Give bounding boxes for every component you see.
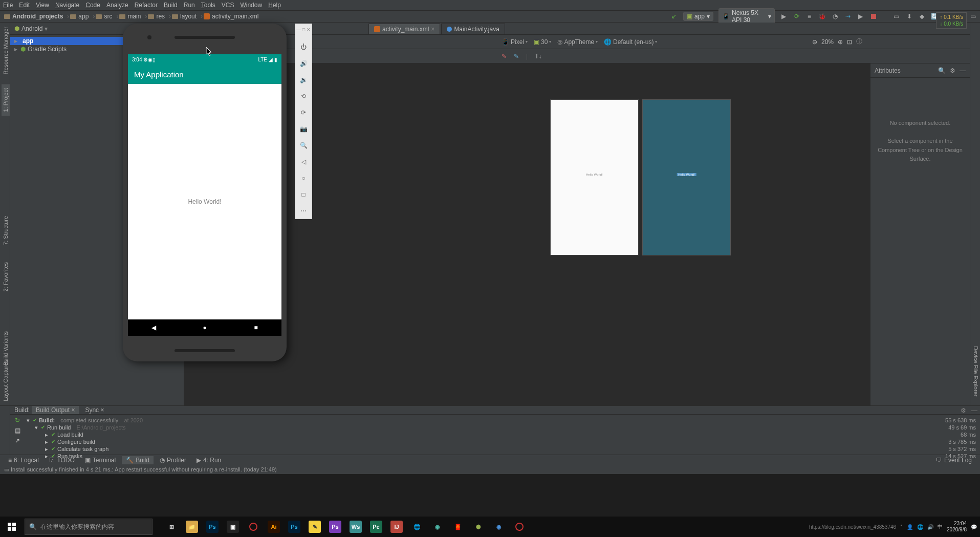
zoom-icon[interactable]: 🔍	[299, 141, 308, 150]
bottom-tab-logcat[interactable]: ≡ 6: Logcat	[4, 456, 43, 464]
tray-datetime[interactable]: 23:04 2020/9/8	[947, 521, 967, 533]
build-expand-icon[interactable]: ↗	[15, 437, 20, 444]
build-tab-output[interactable]: Build Output ×	[32, 406, 79, 414]
power-icon[interactable]: ⏻	[299, 42, 308, 52]
breadcrumb-main[interactable]: main	[119, 13, 141, 20]
attach-icon[interactable]: ⇢	[844, 13, 852, 20]
tray-ime-icon[interactable]: 中	[938, 523, 943, 530]
webstorm-icon[interactable]: Ws	[346, 517, 365, 537]
intellij-icon[interactable]: IJ	[387, 517, 406, 537]
photoshop-icon[interactable]: Ps	[203, 517, 222, 537]
home-button[interactable]: ●	[201, 324, 209, 332]
bottom-tab-todo[interactable]: ☑ TODO	[45, 456, 78, 464]
breadcrumb-root[interactable]: Android_projects	[4, 13, 63, 20]
phpstorm-icon[interactable]: Ps	[325, 517, 345, 537]
coverage-icon[interactable]: ▶	[857, 13, 864, 20]
left-tab-favorites[interactable]: 2: Favorites	[2, 258, 10, 295]
breadcrumb-res[interactable]: res	[148, 13, 165, 20]
theme-dropdown[interactable]: ◎ AppTheme▾	[557, 38, 598, 46]
app-icon[interactable]: 🧧	[448, 517, 468, 537]
bottom-tab-run[interactable]: ▶ 4: Run	[192, 456, 225, 464]
chrome-icon[interactable]: 🌐	[407, 517, 427, 537]
run-icon[interactable]: ▶	[780, 13, 788, 20]
api-dropdown[interactable]: ▣ 30▾	[534, 38, 551, 46]
aqua-icon[interactable]: ◉	[428, 517, 447, 537]
menu-build[interactable]: Build	[164, 2, 178, 9]
bottom-tab-profiler[interactable]: ◔ Profiler	[156, 456, 190, 464]
stop-icon[interactable]	[869, 13, 877, 20]
menu-edit[interactable]: Edit	[19, 2, 30, 9]
build-rerun-icon[interactable]: ↻	[15, 417, 20, 424]
circle-icon[interactable]: ◉	[489, 517, 509, 537]
emu-home-icon[interactable]: ○	[299, 174, 308, 183]
rotate-left-icon[interactable]: ⟲	[299, 92, 308, 101]
start-button[interactable]	[0, 517, 24, 537]
left-tab-resource-manager[interactable]: Resource Manager	[2, 23, 10, 79]
menu-file[interactable]: FFileile	[3, 2, 13, 9]
menu-vcs[interactable]: VCS	[222, 2, 234, 9]
emu-overview-icon[interactable]: □	[299, 190, 308, 199]
menu-run[interactable]: Run	[184, 2, 195, 9]
settings-icon[interactable]: ◆	[918, 13, 926, 20]
tab-main-activity[interactable]: MainActivity.java	[441, 24, 505, 34]
zoom-in-icon[interactable]: ⊕	[838, 38, 843, 46]
illustrator-icon[interactable]: Ai	[264, 517, 284, 537]
bottom-tab-terminal[interactable]: ▣ Terminal	[81, 456, 120, 464]
clear-icon[interactable]: ✎	[514, 53, 519, 60]
notifications-icon[interactable]: 💬	[971, 524, 977, 530]
apply-code-icon[interactable]: ≡	[805, 13, 813, 20]
device-dropdown[interactable]: 📱 Pixel▾	[502, 38, 528, 46]
note-icon[interactable]: ✎	[305, 517, 324, 537]
emulator-minimize-icon[interactable]: —	[296, 27, 301, 34]
menu-help[interactable]: Help	[268, 2, 281, 9]
screenshot-icon[interactable]: 📷	[299, 124, 308, 134]
rotate-right-icon[interactable]: ⟳	[299, 108, 308, 117]
right-tab-device-file-explorer[interactable]: Device File Explorer	[972, 342, 980, 400]
emulator-window[interactable]: 3:04 ⚙ ◉ ▯ LTE ◢ ▮ My Application Hello …	[123, 24, 287, 361]
back-button[interactable]: ◀	[149, 324, 158, 332]
bottom-tab-build[interactable]: 🔨 Build	[122, 456, 154, 464]
preview-text[interactable]: Hello World!	[551, 173, 638, 176]
locale-dropdown[interactable]: 🌐 Default (en-us)▾	[604, 38, 657, 46]
layout-settings-icon[interactable]: ▭	[969, 13, 977, 20]
zoom-out-icon[interactable]: ⊖	[812, 38, 817, 46]
build-gear-icon[interactable]: ⚙	[961, 407, 966, 414]
blueprint-text[interactable]: Hello World!	[677, 173, 696, 176]
menu-refactor[interactable]: Refactor	[135, 2, 158, 9]
breadcrumb-src[interactable]: src	[96, 13, 112, 20]
record2-icon[interactable]	[510, 517, 529, 537]
attr-gear-icon[interactable]: ⚙	[950, 67, 955, 74]
pycharm-icon[interactable]: Pc	[366, 517, 386, 537]
volume-down-icon[interactable]: 🔉	[299, 75, 308, 84]
project-view-selector[interactable]: Android	[21, 25, 42, 32]
task-view-icon[interactable]: ⊞	[162, 517, 181, 537]
taskbar-search[interactable]: 🔍 在这里输入你要搜索的内容	[25, 519, 153, 535]
build-tab-sync[interactable]: Sync ×	[81, 406, 108, 414]
breadcrumb-app[interactable]: app	[70, 13, 89, 20]
emulator-close-icon[interactable]: □	[302, 27, 305, 34]
breadcrumb-file[interactable]: activity_main.xml	[204, 13, 258, 20]
apply-changes-icon[interactable]: ⟳	[793, 13, 800, 20]
terminal-icon[interactable]: ▣	[223, 517, 243, 537]
sync-icon[interactable]: ↙	[670, 13, 678, 20]
tab-activity-main[interactable]: activity_main.xml×	[368, 24, 440, 34]
sdk-manager-icon[interactable]: ⬇	[905, 13, 913, 20]
zoom-fit-icon[interactable]: ⊡	[847, 38, 852, 46]
module-selector[interactable]: ▣app ▾	[683, 12, 713, 21]
photoshop2-icon[interactable]: Ps	[285, 517, 304, 537]
menu-analyze[interactable]: Analyze	[106, 2, 128, 9]
build-filter-icon[interactable]: ▤	[15, 427, 20, 434]
android-studio-icon[interactable]: ⬢	[469, 517, 488, 537]
emu-back-icon[interactable]: ◁	[299, 157, 308, 166]
tray-volume-icon[interactable]: 🔊	[927, 524, 933, 530]
menu-code[interactable]: Code	[85, 2, 100, 9]
build-hide-icon[interactable]: —	[971, 407, 977, 414]
debug-icon[interactable]: 🐞	[818, 13, 826, 20]
volume-up-icon[interactable]: 🔊	[299, 59, 308, 68]
align-icon[interactable]: T↓	[535, 53, 541, 60]
avd-manager-icon[interactable]: ▭	[892, 13, 900, 20]
attr-hide-icon[interactable]: —	[960, 67, 966, 74]
warnings-icon[interactable]: ⓘ	[856, 37, 862, 46]
android-content[interactable]: Hello World!	[128, 84, 281, 319]
tray-people-icon[interactable]: 👤	[907, 524, 913, 530]
